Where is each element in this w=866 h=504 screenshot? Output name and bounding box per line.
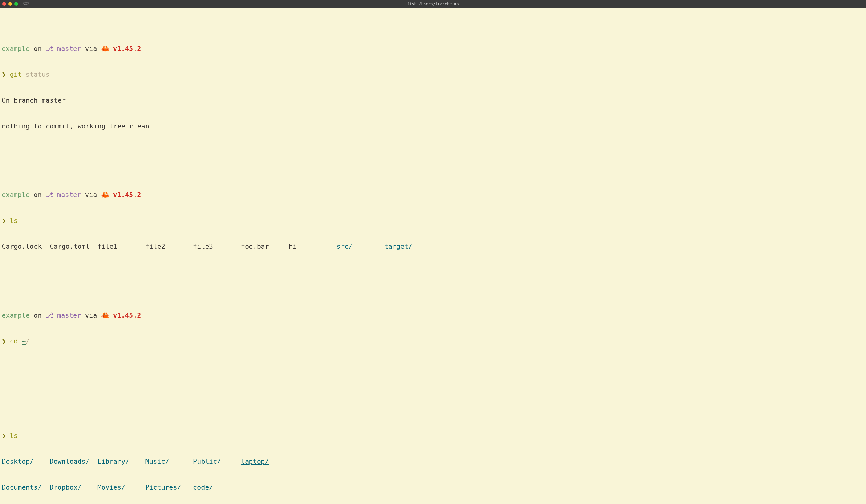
prompt-dir: example bbox=[2, 191, 30, 198]
ls-dir: Downloads/ bbox=[49, 457, 98, 466]
cd-path: ~ bbox=[22, 337, 25, 345]
ls-dir: Documents/ bbox=[2, 483, 49, 492]
command-ls: ls bbox=[10, 432, 18, 439]
git-branch-icon: ⎇ bbox=[46, 311, 53, 319]
minimize-icon[interactable] bbox=[9, 2, 12, 6]
prompt-dir: example bbox=[2, 45, 30, 52]
ls-file: file1 bbox=[98, 242, 145, 251]
ls-file: hi bbox=[289, 242, 337, 251]
autosuggest-text: / bbox=[26, 337, 30, 345]
ls-dir: Desktop/ bbox=[2, 457, 49, 466]
traffic-lights bbox=[2, 2, 18, 6]
prompt-version: v1.45.2 bbox=[109, 191, 141, 198]
ls-file: Cargo.lock bbox=[2, 242, 49, 251]
command-line: ❯ git status bbox=[2, 70, 864, 79]
close-icon[interactable] bbox=[2, 2, 6, 6]
ls-output: Desktop/Downloads/Library/Music/Public/l… bbox=[2, 457, 864, 466]
prompt-arrow: ❯ bbox=[2, 337, 10, 345]
output-line: On branch master bbox=[2, 96, 864, 105]
blank-line bbox=[2, 268, 864, 277]
ls-dir: Movies/ bbox=[98, 483, 145, 492]
prompt-line: example on ⎇ master via 🦀 v1.45.2 bbox=[2, 311, 864, 320]
command-git: git bbox=[10, 71, 26, 78]
prompt-branch: master bbox=[53, 191, 81, 198]
prompt-arrow: ❯ bbox=[2, 71, 10, 78]
crab-icon: 🦀 bbox=[101, 191, 109, 198]
autosuggest-text: status bbox=[25, 71, 49, 78]
ls-dir: src/ bbox=[337, 242, 385, 251]
tab-shortcut-label: ⌥⌘2 bbox=[23, 1, 30, 6]
git-branch-icon: ⎇ bbox=[46, 191, 53, 198]
prompt-dir: ~ bbox=[2, 406, 6, 413]
ls-dir: Dropbox/ bbox=[49, 483, 98, 492]
prompt-via: via bbox=[81, 45, 101, 52]
ls-file: foo.bar bbox=[241, 242, 289, 251]
ls-dir: Pictures/ bbox=[145, 483, 193, 492]
maximize-icon[interactable] bbox=[14, 2, 18, 6]
ls-dir: target/ bbox=[385, 243, 412, 250]
prompt-on: on bbox=[30, 311, 46, 319]
prompt-line: ~ bbox=[2, 406, 864, 414]
window-title: fish /Users/tracehelms bbox=[407, 1, 459, 7]
prompt-via: via bbox=[81, 191, 101, 198]
prompt-line: example on ⎇ master via 🦀 v1.45.2 bbox=[2, 45, 864, 53]
command-ls: ls bbox=[10, 217, 18, 224]
prompt-version: v1.45.2 bbox=[109, 311, 141, 319]
prompt-dir: example bbox=[2, 311, 30, 319]
prompt-arrow: ❯ bbox=[2, 432, 10, 439]
prompt-line: example on ⎇ master via 🦀 v1.45.2 bbox=[2, 191, 864, 199]
ls-output: Cargo.lockCargo.toml file1file2file3foo.… bbox=[2, 242, 864, 251]
command-line: ❯ ls bbox=[2, 432, 864, 440]
git-branch-icon: ⎇ bbox=[46, 45, 53, 52]
prompt-via: via bbox=[81, 311, 101, 319]
prompt-arrow: ❯ bbox=[2, 217, 10, 224]
prompt-on: on bbox=[30, 45, 46, 52]
blank-line bbox=[2, 148, 864, 157]
ls-file: file3 bbox=[193, 242, 241, 251]
command-cd: cd bbox=[10, 337, 22, 345]
ls-dir: Public/ bbox=[193, 457, 241, 466]
ls-file: file2 bbox=[145, 242, 193, 251]
ls-output: Documents/Dropbox/Movies/Pictures/code/ bbox=[2, 483, 864, 492]
ls-dir: code/ bbox=[193, 483, 241, 492]
ls-file: Cargo.toml bbox=[49, 243, 89, 250]
prompt-on: on bbox=[30, 191, 46, 198]
blank-line bbox=[2, 363, 864, 371]
crab-icon: 🦀 bbox=[101, 311, 109, 319]
ls-symlink: laptop/ bbox=[241, 458, 269, 465]
window-titlebar: ⌥⌘2 fish /Users/tracehelms bbox=[0, 0, 866, 8]
prompt-branch: master bbox=[53, 45, 81, 52]
terminal-output[interactable]: example on ⎇ master via 🦀 v1.45.2 ❯ git … bbox=[0, 8, 866, 504]
ls-dir: Library/ bbox=[98, 457, 145, 466]
command-line: ❯ cd ~/ bbox=[2, 337, 864, 346]
prompt-version: v1.45.2 bbox=[109, 45, 141, 52]
ls-dir: Music/ bbox=[145, 457, 193, 466]
output-line: nothing to commit, working tree clean bbox=[2, 122, 864, 131]
command-line: ❯ ls bbox=[2, 217, 864, 225]
prompt-branch: master bbox=[53, 311, 81, 319]
crab-icon: 🦀 bbox=[101, 45, 109, 52]
